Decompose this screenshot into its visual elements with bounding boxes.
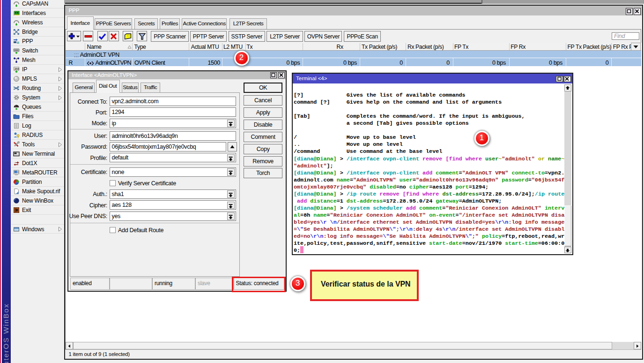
svg-text:255: 255 xyxy=(15,68,20,70)
